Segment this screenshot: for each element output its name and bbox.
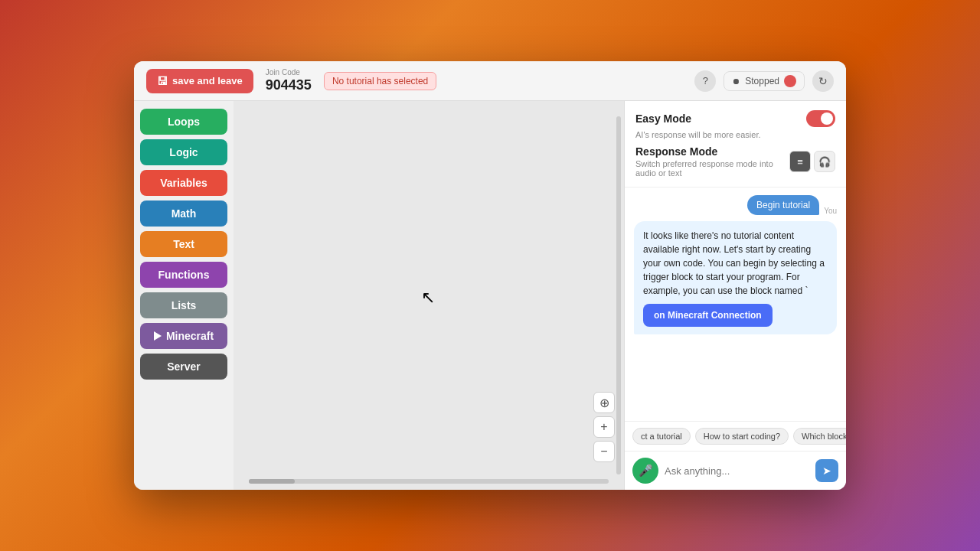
canvas-scrollbar[interactable]	[249, 479, 609, 484]
zoom-out-button[interactable]: −	[593, 441, 615, 462]
stopped-dot	[784, 75, 796, 87]
refresh-icon: ↻	[818, 75, 828, 87]
join-code-section: Join Code 904435	[266, 68, 312, 94]
easy-mode-toggle[interactable]	[806, 110, 835, 127]
tutorial-badge: No tutorial has selected	[324, 72, 436, 90]
response-mode-row: Response Mode Switch preferred response …	[635, 145, 835, 178]
easy-mode-row: Easy Mode	[635, 110, 835, 127]
begin-tutorial-message: Begin tutorial	[747, 195, 819, 215]
minecraft-connection-button[interactable]: on Minecraft Connection	[643, 304, 773, 327]
canvas-vscrollbar[interactable]	[616, 116, 621, 474]
canvas-controls: ⊕ + −	[593, 392, 615, 462]
chat-settings: Easy Mode AI's response will be more eas…	[625, 101, 846, 187]
canvas-scrollbar-thumb	[249, 479, 295, 484]
join-code-value: 904435	[266, 77, 312, 94]
sidebar-item-lists[interactable]: Lists	[140, 292, 227, 318]
chat-input[interactable]	[665, 465, 809, 477]
sidebar-item-variables[interactable]: Variables	[140, 170, 227, 196]
ai-message-text: It looks like there's no tutorial conten…	[643, 230, 825, 296]
suggestion-tutorial[interactable]: ct a tutorial	[632, 428, 691, 445]
cursor: ↖	[421, 288, 435, 308]
help-icon: ?	[703, 75, 708, 86]
sidebar-item-logic[interactable]: Logic	[140, 139, 227, 165]
you-label: You	[824, 207, 837, 215]
text-mode-button[interactable]: ≡	[789, 151, 811, 172]
response-mode-title: Response Mode	[635, 145, 789, 158]
send-icon: ➤	[822, 465, 831, 477]
sidebar-item-functions[interactable]: Functions	[140, 262, 227, 288]
help-button[interactable]: ?	[694, 70, 716, 92]
stopped-button[interactable]: ⏺ Stopped	[724, 71, 805, 91]
sidebar-item-server[interactable]: Server	[140, 354, 227, 380]
begin-tutorial-row: Begin tutorial You	[634, 195, 837, 215]
ai-message: It looks like there's no tutorial conten…	[634, 221, 837, 334]
suggestion-which-block[interactable]: Which block to us...	[793, 428, 846, 445]
sidebar: Loops Logic Variables Math Text Function…	[134, 101, 234, 490]
chat-suggestions: ct a tutorial How to start coding? Which…	[625, 421, 846, 451]
main-content: Loops Logic Variables Math Text Function…	[134, 101, 846, 490]
compass-button[interactable]: ⊕	[593, 392, 615, 413]
send-button[interactable]: ➤	[815, 459, 838, 482]
sidebar-item-loops[interactable]: Loops	[140, 109, 227, 135]
chat-messages: Begin tutorial You It looks like there's…	[625, 187, 846, 421]
titlebar: 🖫 save and leave Join Code 904435 No tut…	[134, 61, 846, 101]
code-canvas[interactable]: ⊕ + − ↖	[234, 101, 624, 490]
chat-panel: Easy Mode AI's response will be more eas…	[624, 101, 846, 490]
zoom-in-button[interactable]: +	[593, 416, 615, 438]
mic-button[interactable]: 🎤	[632, 458, 658, 484]
save-leave-button[interactable]: 🖫 save and leave	[146, 69, 253, 93]
stopped-label: Stopped	[745, 76, 779, 86]
play-triangle-icon	[154, 331, 162, 341]
easy-mode-sub: AI's response will be more easier.	[635, 130, 835, 139]
save-icon: 🖫	[157, 75, 168, 87]
sidebar-item-minecraft[interactable]: Minecraft	[140, 323, 227, 349]
response-mode-sub: Switch preferred response mode into audi…	[635, 159, 789, 178]
audio-mode-button[interactable]: 🎧	[814, 151, 835, 172]
response-toggles: ≡ 🎧	[789, 151, 835, 172]
chat-input-row: 🎤 ➤	[625, 451, 846, 490]
response-mode-text: Response Mode Switch preferred response …	[635, 145, 789, 178]
sidebar-item-text[interactable]: Text	[140, 231, 227, 257]
join-code-label: Join Code	[266, 68, 312, 77]
save-leave-label: save and leave	[172, 75, 243, 86]
titlebar-right: ? ⏺ Stopped ↻	[694, 70, 834, 92]
suggestion-start-coding[interactable]: How to start coding?	[695, 428, 789, 445]
easy-mode-title: Easy Mode	[635, 112, 691, 125]
refresh-button[interactable]: ↻	[812, 70, 834, 92]
record-icon: ⏺	[732, 77, 740, 86]
app-window: 🖫 save and leave Join Code 904435 No tut…	[134, 61, 846, 490]
sidebar-item-math[interactable]: Math	[140, 201, 227, 227]
